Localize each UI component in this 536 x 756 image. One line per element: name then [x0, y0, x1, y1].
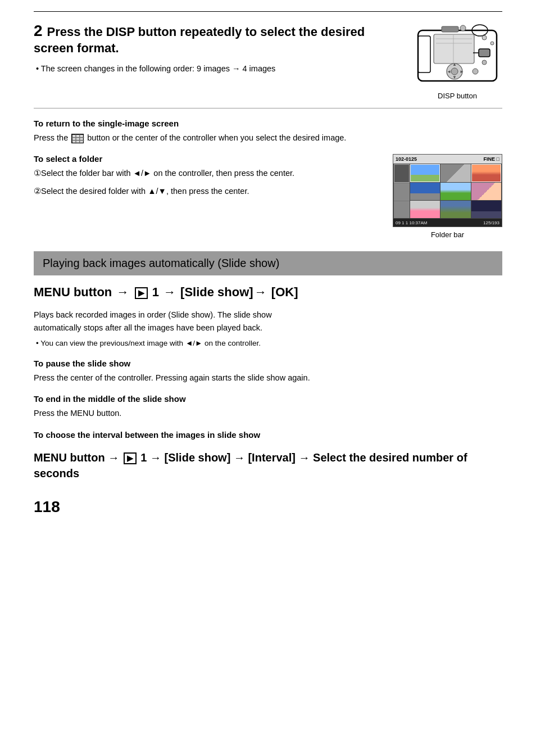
to-pause-section: To pause the slide show Press the center…: [34, 359, 502, 384]
to-choose-section: To choose the interval between the image…: [34, 430, 502, 440]
section-2-title: Press the DISP button repeatedly to sele…: [34, 25, 365, 55]
thumb-1: [410, 164, 440, 182]
folder-bar-column: [394, 164, 410, 218]
screen-bottom-bar: 09 1 1 10:37AM 125/193: [393, 219, 502, 227]
mid-rule-1: [34, 108, 502, 108]
thumb-6: [471, 183, 501, 200]
to-return-title: To return to the single-image screen: [34, 119, 502, 128]
thumbnail-grid: [410, 164, 501, 218]
thumb-7: [410, 201, 440, 218]
play-icon-box-2: ▶: [124, 452, 137, 464]
arrow-2: →: [163, 285, 176, 299]
menu-line-1: MENU button → ▶ 1 → [Slide show]→ [OK]: [34, 284, 502, 301]
thumb-3: [471, 164, 501, 182]
index-icon: [71, 134, 84, 143]
page-number: 118: [34, 498, 502, 516]
image-grid: [393, 164, 502, 219]
thumb-5: [440, 183, 470, 200]
screen-info-left: 09 1 1 10:37AM: [396, 220, 427, 225]
screen-top-bar: 102-0125 FINE □: [393, 155, 502, 164]
arrow-ml2-1: →: [108, 451, 119, 464]
folder-step-1: ①Select the folder bar with ◄/► on the c…: [34, 167, 381, 180]
folder-bar-label: Folder bar: [431, 230, 464, 239]
folder-text: To select a folder ①Select the folder ba…: [34, 154, 393, 198]
slide-show-bullet: • You can view the previous/next image w…: [34, 338, 502, 349]
folder-screen-thumb: 102-0125 FINE □: [393, 154, 502, 227]
page: 2Press the DISP button repeatedly to sel…: [0, 0, 536, 756]
folder-screen-image: 102-0125 FINE □: [393, 154, 502, 239]
to-end-section: To end in the middle of the slide show P…: [34, 394, 502, 419]
to-end-body: Press the MENU button.: [34, 407, 502, 419]
svg-text:◄: ◄: [447, 69, 451, 74]
to-choose-title: To choose the interval between the image…: [34, 430, 502, 440]
to-end-title: To end in the middle of the slide show: [34, 394, 502, 404]
svg-rect-1: [418, 36, 430, 73]
thumb-4: [410, 183, 440, 200]
arrow-1: →: [116, 285, 129, 299]
svg-point-8: [482, 35, 487, 40]
section-2-bullet: • The screen changes in the following or…: [34, 63, 401, 75]
svg-rect-10: [442, 26, 458, 32]
slide-show-banner-text: Playing back images automatically (Slide…: [43, 257, 279, 269]
section-number: 2: [34, 22, 43, 39]
to-select-folder-section: To select a folder ①Select the folder ba…: [34, 154, 502, 239]
slide-show-body-text: Plays back recorded images in order (Sli…: [34, 309, 502, 334]
arrow-ml2-2: →: [150, 451, 161, 464]
svg-point-18: [473, 69, 478, 74]
to-select-folder-title: To select a folder: [34, 154, 381, 164]
arrow-3: →: [255, 285, 267, 299]
svg-text:►: ►: [460, 69, 464, 74]
screen-info-right: 125/193: [483, 220, 499, 225]
body-line-1: Plays back recorded images in order (Sli…: [34, 310, 272, 319]
menu-line-2: MENU button → ▶ 1 → [Slide show] → [Inte…: [34, 450, 502, 481]
disp-label: DISP button: [438, 92, 477, 100]
disp-button-image: ▲ ▼ ◄ ► DISP button: [412, 22, 502, 100]
camera-svg: ▲ ▼ ◄ ►: [412, 22, 502, 89]
svg-point-9: [490, 42, 494, 45]
arrow-ml2-4: →: [298, 451, 310, 464]
svg-point-13: [451, 68, 458, 75]
arrow-ml2-3: →: [234, 451, 245, 464]
thumb-8: [440, 201, 470, 218]
top-rule: [34, 11, 502, 12]
to-return-body: Press the button or the center of the co…: [34, 132, 502, 144]
play-icon-box: ▶: [135, 287, 148, 299]
section-2-heading: 2Press the DISP button repeatedly to sel…: [34, 22, 401, 56]
svg-rect-7: [479, 49, 490, 57]
svg-point-11: [460, 25, 466, 31]
section-2-text: 2Press the DISP button repeatedly to sel…: [34, 22, 412, 75]
screen-folder-number: 102-0125: [396, 156, 417, 162]
slide-show-banner: Playing back images automatically (Slide…: [34, 251, 502, 275]
to-return-section: To return to the single-image screen Pre…: [34, 119, 502, 144]
folder-steps: ①Select the folder bar with ◄/► on the c…: [34, 167, 381, 198]
folder-step-2: ②Select the desired folder with ▲/▼, the…: [34, 185, 381, 198]
svg-point-19: [482, 60, 487, 65]
body-line-2: automatically stops after all the images…: [34, 323, 262, 332]
to-pause-title: To pause the slide show: [34, 359, 502, 368]
thumb-9: [471, 201, 501, 218]
svg-text:▲: ▲: [452, 62, 457, 67]
screen-quality: FINE □: [484, 156, 499, 162]
svg-text:▼: ▼: [452, 75, 457, 80]
thumb-2: [440, 164, 470, 182]
section-2: 2Press the DISP button repeatedly to sel…: [34, 22, 502, 100]
to-pause-body: Press the center of the controller. Pres…: [34, 372, 502, 384]
